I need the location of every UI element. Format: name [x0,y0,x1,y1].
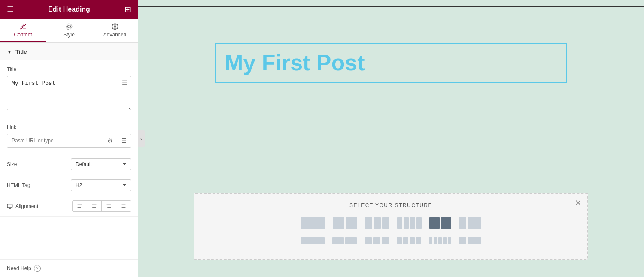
structure-5thin[interactable] [427,235,453,246]
html-tag-label: HTML Tag [7,182,30,188]
title-textarea-wrapper: My First Post ☰ [7,76,131,112]
align-justify-button[interactable] [116,201,131,211]
panel-footer: Need Help ? [0,259,138,277]
align-right-button[interactable] [102,201,116,211]
title-label: Title [7,66,131,72]
svg-point-2 [114,26,116,27]
html-tag-select[interactable]: H1 H2 H3 H4 H5 H6 div span p [71,179,131,191]
align-left-button[interactable] [73,201,87,211]
heading-text: My First Post [225,51,557,75]
close-structure-button[interactable]: ✕ [575,198,581,208]
grid-icon[interactable]: ⊞ [125,5,131,14]
tab-style[interactable]: Style [46,19,92,42]
title-textarea[interactable]: My First Post [7,76,131,110]
tab-advanced[interactable]: Advanced [92,19,138,42]
section-title: Title [15,48,27,55]
section-title-bar[interactable]: ▼ Title [0,43,138,60]
structure-3col[interactable] [363,215,391,231]
tab-content[interactable]: Content [0,19,46,42]
panel-title: Edit Heading [14,6,125,13]
structure-row-1 [203,215,579,231]
hamburger-menu-icon[interactable]: ☰ [7,5,14,14]
link-input[interactable] [7,134,103,147]
help-circle-icon[interactable]: ? [34,265,41,272]
panel-header: ☰ Edit Heading ⊞ [0,0,138,19]
alignment-row: Alignment [0,196,138,217]
html-tag-row: HTML Tag H1 H2 H3 H4 H5 H6 div span p [0,175,138,196]
left-panel: ☰ Edit Heading ⊞ Content Style Advanced [0,0,138,277]
title-field-group: Title My First Post ☰ [0,60,138,118]
canvas: My First Post ✕ SELECT YOUR STRUCTURE [138,0,644,277]
link-label: Link [7,124,131,130]
size-label: Size [7,161,17,167]
structure-4thin[interactable] [395,235,423,246]
structure-4col[interactable] [395,215,423,231]
monitor-icon [7,203,13,209]
svg-rect-3 [7,204,12,207]
structure-3thin[interactable] [299,235,326,246]
dynamic-tag-icon[interactable]: ☰ [122,79,128,86]
structure-3thin-b[interactable] [363,235,391,246]
heading-element[interactable]: My First Post [215,43,567,83]
size-select[interactable]: Default Small Medium Large XL XXL [71,158,131,170]
structure-2col[interactable] [331,215,359,231]
canvas-top-border [138,6,644,7]
structure-1-2col[interactable] [457,215,483,231]
tab-advanced-label: Advanced [103,32,126,38]
collapse-handle[interactable]: ‹ [138,130,145,147]
structure-2col-selected[interactable] [428,215,453,231]
size-row: Size Default Small Medium Large XL XXL [0,154,138,175]
tab-style-label: Style [63,32,75,38]
panel-body: ▼ Title Title My First Post ☰ Link ⚙ ☰ S… [0,43,138,277]
link-field-group: Link ⚙ ☰ [0,118,138,154]
link-settings-icon[interactable]: ⚙ [103,134,117,147]
tab-content-label: Content [14,32,32,38]
alignment-label: Alignment [7,203,38,209]
alignment-buttons [72,200,131,212]
structure-6thin[interactable] [457,235,483,246]
structure-title: SELECT YOUR STRUCTURE [203,202,579,208]
svg-point-0 [67,25,70,28]
tabs-bar: Content Style Advanced [0,19,138,43]
link-dynamic-icon[interactable]: ☰ [117,134,131,147]
section-chevron-icon: ▼ [7,49,12,55]
svg-point-1 [66,24,72,29]
structure-selector: ✕ SELECT YOUR STRUCTURE [194,193,588,260]
structure-2thin[interactable] [331,235,358,246]
need-help-text: Need Help [7,265,31,271]
structure-row-2 [203,235,579,246]
align-center-button[interactable] [87,201,102,211]
structure-1col[interactable] [299,215,327,231]
link-input-row: ⚙ ☰ [7,134,131,148]
